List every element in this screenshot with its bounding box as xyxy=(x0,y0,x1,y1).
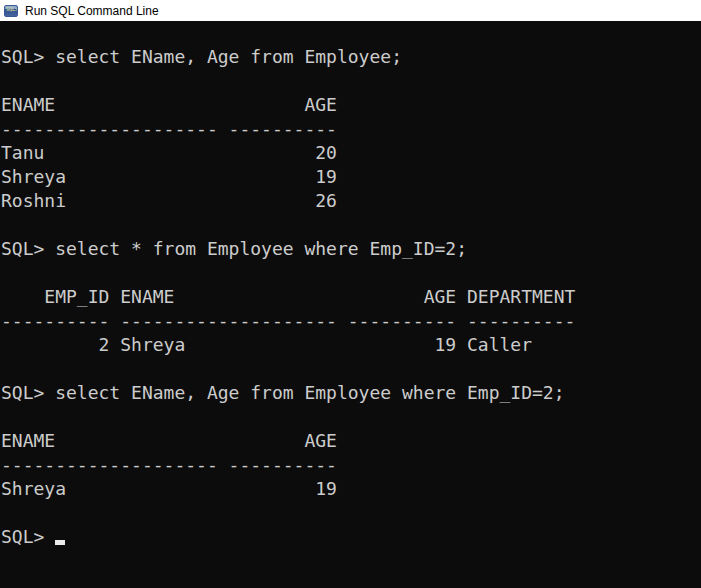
console-line xyxy=(1,261,701,285)
console-line: ENAME AGE xyxy=(1,429,701,453)
console-line: -------------------- ---------- xyxy=(1,453,701,477)
console-output[interactable]: SQL> select EName, Age from Employee; EN… xyxy=(0,21,701,588)
console-line: Tanu 20 xyxy=(1,141,701,165)
console-line xyxy=(1,21,701,45)
window-title: Run SQL Command Line xyxy=(25,4,159,18)
console-line: SQL> select EName, Age from Employee whe… xyxy=(1,381,701,405)
console-line: 2 Shreya 19 Caller xyxy=(1,333,701,357)
sqlplus-icon[interactable]: SQL> xyxy=(4,5,18,17)
console-line: Roshni 26 xyxy=(1,189,701,213)
console-line: EMP_ID ENAME AGE DEPARTMENT xyxy=(1,285,701,309)
console-line: -------------------- ---------- xyxy=(1,117,701,141)
prompt-line: SQL> xyxy=(1,525,701,549)
console-line: Shreya 19 xyxy=(1,477,701,501)
console-line xyxy=(1,501,701,525)
console-line: SQL> select EName, Age from Employee; xyxy=(1,45,701,69)
sql-command-line-window: SQL> Run SQL Command Line SQL> select EN… xyxy=(0,0,701,588)
console-lines: SQL> select EName, Age from Employee; EN… xyxy=(1,21,701,525)
console-line xyxy=(1,69,701,93)
console-line xyxy=(1,357,701,381)
console-line xyxy=(1,405,701,429)
console-line: SQL> select * from Employee where Emp_ID… xyxy=(1,237,701,261)
sql-prompt: SQL> xyxy=(1,526,55,547)
console-line xyxy=(1,213,701,237)
console-line: ---------- -------------------- --------… xyxy=(1,309,701,333)
text-cursor xyxy=(55,540,65,545)
title-bar[interactable]: SQL> Run SQL Command Line xyxy=(0,0,701,21)
console-line: Shreya 19 xyxy=(1,165,701,189)
console-line: ENAME AGE xyxy=(1,93,701,117)
